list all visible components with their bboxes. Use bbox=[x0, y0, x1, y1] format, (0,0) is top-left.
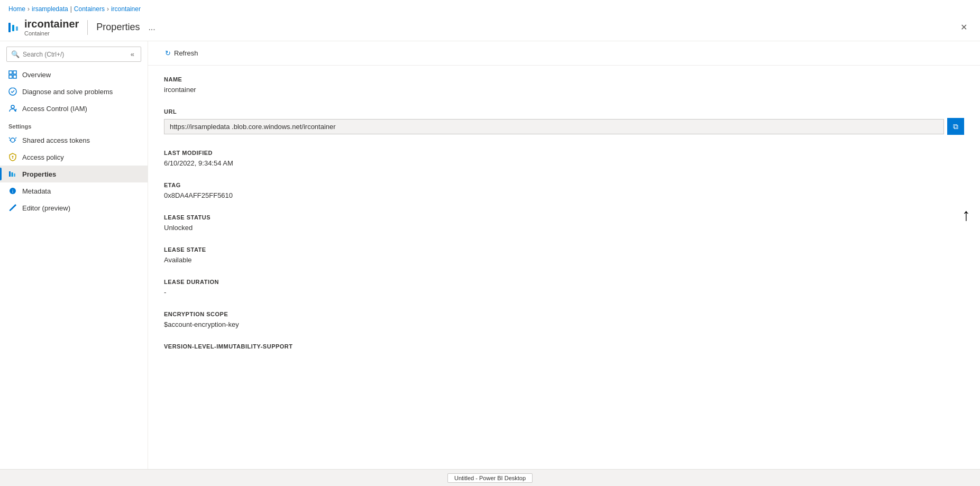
sidebar-item-overview[interactable]: Overview bbox=[0, 66, 148, 83]
sidebar-item-iam[interactable]: Access Control (IAM) bbox=[0, 100, 148, 117]
sidebar-item-metadata-label: Metadata bbox=[22, 187, 51, 195]
properties-content: NAME ircontainer URL https://irsampledat… bbox=[148, 66, 980, 375]
version-immutability-label: VERSION-LEVEL-IMMUTABILITY-SUPPORT bbox=[164, 343, 964, 350]
lease-state-value: Available bbox=[164, 256, 964, 264]
page-header: ircontainer Container Properties ... ✕ bbox=[0, 16, 980, 41]
metadata-icon: i bbox=[8, 187, 17, 195]
sidebar-item-diagnose[interactable]: Diagnose and solve problems bbox=[0, 83, 148, 100]
lease-state-label: LEASE STATE bbox=[164, 246, 964, 253]
search-icon: 🔍 bbox=[11, 50, 20, 58]
svg-text:i: i bbox=[12, 189, 13, 194]
url-label: URL bbox=[164, 108, 964, 115]
page-title: Properties bbox=[96, 22, 140, 33]
breadcrumb-home[interactable]: Home bbox=[8, 5, 25, 13]
encryption-scope-label: ENCRYPTION SCOPE bbox=[164, 311, 964, 317]
svg-point-5 bbox=[12, 156, 14, 158]
access-policy-icon bbox=[8, 153, 17, 161]
sidebar-item-overview-label: Overview bbox=[22, 71, 51, 79]
encryption-scope-field: ENCRYPTION SCOPE $account-encryption-key bbox=[164, 311, 964, 328]
content-area: ↻ Refresh NAME ircontainer URL https://i… bbox=[148, 41, 980, 469]
svg-rect-6 bbox=[9, 171, 11, 177]
svg-rect-3 bbox=[13, 75, 16, 78]
toolbar: ↻ Refresh bbox=[148, 41, 980, 66]
svg-rect-0 bbox=[9, 71, 12, 74]
lease-status-value: Unlocked bbox=[164, 224, 964, 232]
name-value: ircontainer bbox=[164, 86, 964, 94]
lease-state-field: LEASE STATE Available bbox=[164, 246, 964, 264]
refresh-icon: ↻ bbox=[165, 49, 171, 57]
version-immutability-field: VERSION-LEVEL-IMMUTABILITY-SUPPORT bbox=[164, 343, 964, 350]
lease-duration-value: - bbox=[164, 288, 964, 296]
url-field: URL https://irsampledata .blob.core.wind… bbox=[164, 108, 964, 135]
refresh-label: Refresh bbox=[174, 49, 198, 57]
close-button[interactable]: ✕ bbox=[956, 20, 972, 34]
sidebar-item-editor[interactable]: Editor (preview) bbox=[0, 199, 148, 216]
breadcrumb-irsampledata[interactable]: irsampledata bbox=[32, 5, 68, 13]
more-options-button[interactable]: ... bbox=[148, 23, 155, 32]
resource-name: ircontainer bbox=[24, 18, 79, 30]
main-layout: 🔍 « Overview Diagnose and solve problems… bbox=[0, 41, 980, 469]
svg-rect-2 bbox=[9, 75, 12, 78]
taskbar-powerbi-item[interactable]: Untitled - Power BI Desktop bbox=[447, 473, 533, 483]
properties-icon bbox=[8, 170, 17, 178]
resource-type: Container bbox=[24, 30, 79, 36]
last-modified-value: 6/10/2022, 9:34:54 AM bbox=[164, 159, 964, 167]
taskbar: Untitled - Power BI Desktop bbox=[0, 469, 980, 486]
overview-icon bbox=[8, 70, 17, 79]
resource-icon bbox=[8, 23, 18, 32]
settings-section-label: Settings bbox=[0, 117, 148, 132]
url-value: https://irsampledata .blob.core.windows.… bbox=[164, 119, 944, 134]
iam-icon bbox=[8, 104, 17, 113]
last-modified-field: LAST MODIFIED 6/10/2022, 9:34:54 AM bbox=[164, 150, 964, 167]
name-field: NAME ircontainer bbox=[164, 76, 964, 94]
etag-field: ETAG 0x8DA4AFF25FF5610 bbox=[164, 182, 964, 199]
copy-icon: ⧉ bbox=[953, 122, 958, 131]
refresh-button[interactable]: ↻ Refresh bbox=[159, 47, 205, 60]
sidebar-item-editor-label: Editor (preview) bbox=[22, 204, 70, 212]
sidebar-item-properties[interactable]: Properties bbox=[0, 166, 148, 182]
collapse-sidebar-button[interactable]: « bbox=[129, 49, 136, 59]
shared-access-icon bbox=[8, 136, 17, 144]
lease-status-label: LEASE STATUS bbox=[164, 214, 964, 221]
breadcrumb: Home › irsampledata | Containers › ircon… bbox=[0, 0, 980, 16]
name-label: NAME bbox=[164, 76, 964, 82]
header-divider bbox=[87, 20, 88, 35]
url-field-container: https://irsampledata .blob.core.windows.… bbox=[164, 118, 964, 135]
sidebar-item-access-policy-label: Access policy bbox=[22, 153, 64, 161]
encryption-scope-value: $account-encryption-key bbox=[164, 320, 964, 328]
sidebar-item-diagnose-label: Diagnose and solve problems bbox=[22, 88, 113, 96]
sidebar-item-properties-label: Properties bbox=[22, 170, 56, 178]
sidebar-item-shared-access[interactable]: Shared access tokens bbox=[0, 132, 148, 149]
svg-rect-8 bbox=[14, 173, 15, 177]
sidebar: 🔍 « Overview Diagnose and solve problems… bbox=[0, 41, 148, 469]
url-text: https://irsampledata .blob.core.windows.… bbox=[170, 123, 336, 131]
breadcrumb-ircontainer[interactable]: ircontainer bbox=[111, 5, 141, 13]
last-modified-label: LAST MODIFIED bbox=[164, 150, 964, 156]
svg-point-4 bbox=[11, 105, 14, 108]
sidebar-item-iam-label: Access Control (IAM) bbox=[22, 105, 87, 113]
svg-rect-1 bbox=[13, 71, 16, 74]
etag-value: 0x8DA4AFF25FF5610 bbox=[164, 191, 964, 199]
search-input[interactable] bbox=[23, 51, 125, 58]
sidebar-item-shared-access-label: Shared access tokens bbox=[22, 136, 90, 144]
search-box[interactable]: 🔍 « bbox=[6, 47, 141, 62]
svg-rect-7 bbox=[12, 172, 13, 177]
sidebar-item-access-policy[interactable]: Access policy bbox=[0, 149, 148, 166]
resource-title-group: ircontainer Container bbox=[24, 18, 79, 36]
lease-duration-field: LEASE DURATION - bbox=[164, 279, 964, 296]
lease-status-field: LEASE STATUS Unlocked bbox=[164, 214, 964, 232]
etag-label: ETAG bbox=[164, 182, 964, 188]
diagnose-icon bbox=[8, 87, 17, 96]
copy-url-button[interactable]: ⧉ bbox=[947, 118, 964, 135]
lease-duration-label: LEASE DURATION bbox=[164, 279, 964, 285]
sidebar-item-metadata[interactable]: i Metadata bbox=[0, 182, 148, 199]
editor-icon bbox=[8, 204, 17, 212]
breadcrumb-containers[interactable]: Containers bbox=[74, 5, 105, 13]
